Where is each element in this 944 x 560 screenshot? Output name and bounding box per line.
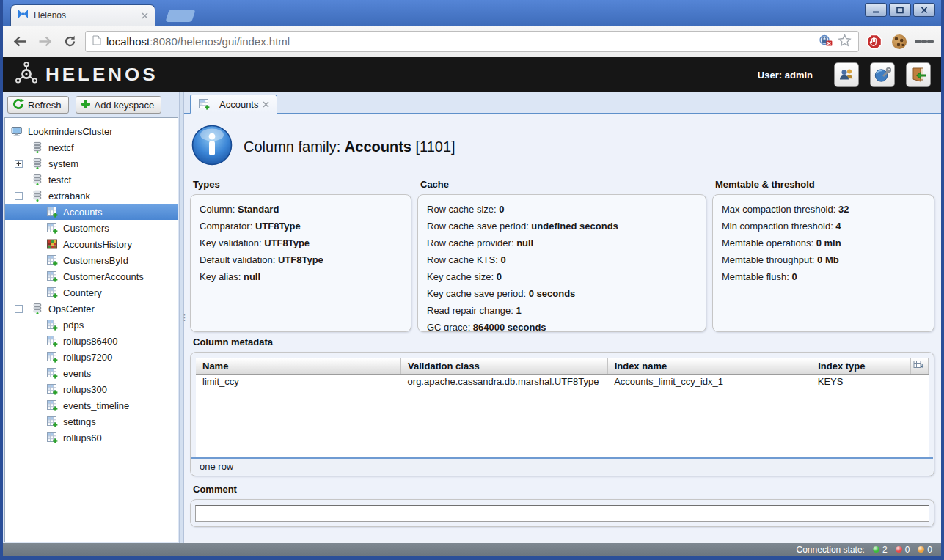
keyspace-icon: [32, 190, 43, 202]
tree-item-label: nextcf: [48, 142, 74, 153]
table-row-count: one row: [191, 457, 933, 475]
green-count: 2: [882, 545, 888, 555]
page-icon: [92, 35, 101, 48]
new-tab-button[interactable]: [165, 10, 196, 22]
tab-accounts-close-icon[interactable]: [263, 101, 269, 108]
collapse-icon[interactable]: [15, 305, 23, 313]
blocked-content-icon[interactable]: [819, 34, 833, 49]
column-header-validation-class[interactable]: Validation class: [401, 358, 608, 375]
tree-item-rollups86400[interactable]: rollups86400: [5, 333, 178, 349]
tree-item-label: system: [48, 158, 78, 169]
refresh-button[interactable]: Refresh: [7, 96, 69, 114]
column-family-icon: [46, 254, 58, 266]
settings-button[interactable]: [870, 62, 895, 87]
tree-item-lookminderscluster[interactable]: LookmindersCluster: [5, 123, 178, 139]
tab-accounts[interactable]: Accounts: [190, 95, 277, 114]
tree-item-system[interactable]: system: [5, 155, 178, 172]
orange-indicator-icon: [918, 546, 924, 553]
tree-item-countery[interactable]: Countery: [5, 284, 178, 301]
tree-item-rollups300[interactable]: rollups300: [5, 381, 178, 397]
user-label: User: admin: [758, 70, 813, 81]
helenos-logo-text: HELENOS: [45, 65, 158, 86]
collapse-icon[interactable]: [15, 192, 23, 200]
property-row: Read repair change: 1: [427, 302, 701, 319]
cookie-extension-icon[interactable]: [890, 32, 909, 51]
column-family-icon: [46, 287, 58, 298]
tree-item-label: rollups7200: [63, 352, 112, 363]
logout-button[interactable]: [906, 62, 931, 87]
users-button[interactable]: [834, 62, 859, 87]
orange-count: 0: [927, 545, 932, 555]
property-label: Key cache save period:: [427, 288, 529, 299]
document-tabbar: Accounts: [184, 92, 941, 114]
property-label: GC grace:: [427, 322, 473, 332]
tree-item-nextcf[interactable]: nextcf: [5, 139, 178, 155]
tree-item-pdps[interactable]: pdps: [5, 317, 178, 333]
column-header-name[interactable]: Name: [196, 358, 401, 375]
column-header-index-name[interactable]: Index name: [607, 358, 811, 375]
tree-item-label: settings: [63, 416, 96, 427]
window-close-button[interactable]: [913, 3, 935, 17]
url-text: localhost:8080/helenos/gui/index.html: [106, 35, 814, 48]
table-columns-config-icon[interactable]: [911, 358, 929, 375]
back-button[interactable]: [10, 32, 29, 51]
property-row: Key cache size: 0: [427, 268, 701, 285]
sidebar-splitter[interactable]: [179, 92, 184, 543]
tree-item-customers[interactable]: Customers: [5, 220, 178, 236]
url-path: :8080/helenos/gui/index.html: [150, 35, 290, 48]
browser-titlebar: Helenos: [3, 0, 941, 26]
property-value: 0 mln: [816, 237, 841, 248]
tree-item-opscenter[interactable]: OpsCenter: [5, 301, 178, 317]
page-title-id: [1101]: [416, 139, 455, 155]
tree-item-events-timeline[interactable]: events_timeline: [5, 397, 178, 413]
forward-button[interactable]: [35, 32, 54, 51]
tree-item-label: events: [63, 368, 91, 379]
reload-button[interactable]: [60, 32, 79, 51]
url-host: localhost: [106, 35, 150, 48]
table-row[interactable]: limit_ccyorg.apache.cassandra.db.marshal…: [196, 375, 929, 389]
tree-item-events[interactable]: events: [5, 365, 178, 381]
property-row: Min compaction threshold: 4: [722, 218, 929, 235]
table-cell: [911, 375, 929, 389]
tree-item-label: rollups300: [63, 384, 107, 395]
section-title-cache: Cache: [420, 179, 706, 190]
property-value: 0: [791, 271, 797, 282]
property-label: Memtable flush:: [722, 271, 791, 282]
tree-item-testcf[interactable]: testcf: [5, 172, 178, 188]
page-title-prefix: Column family:: [244, 139, 340, 155]
property-label: Key validation:: [200, 237, 264, 248]
bookmark-star-icon[interactable]: [838, 34, 852, 50]
helenos-logo: HELENOS: [13, 60, 158, 89]
column-family-icon: [46, 270, 58, 282]
property-row: Memtable throughput: 0 Mb: [722, 251, 929, 268]
column-family-icon: [46, 206, 58, 218]
address-bar[interactable]: localhost:8080/helenos/gui/index.html: [85, 31, 859, 52]
app-header: HELENOS User: admin: [3, 57, 941, 92]
page-title: Column family: Accounts [1101]: [244, 139, 455, 155]
column-family-icon: [46, 351, 58, 363]
property-value: 4: [835, 221, 841, 232]
tree-item-rollups60[interactable]: rollups60: [5, 430, 178, 446]
column-family-icon: [198, 98, 210, 110]
comment-input[interactable]: [195, 505, 929, 522]
add-keyspace-button[interactable]: Add keyspace: [76, 96, 162, 114]
tree-item-accountshistory[interactable]: AccountsHistory: [5, 236, 178, 252]
tree-item-settings[interactable]: settings: [5, 413, 178, 430]
tree-item-rollups7200[interactable]: rollups7200: [5, 349, 178, 365]
tree-item-extrabank[interactable]: extrabank: [5, 188, 178, 204]
browser-tab[interactable]: Helenos: [10, 4, 155, 26]
column-family-icon: [46, 399, 58, 411]
tree-item-label: rollups86400: [63, 336, 117, 347]
tree-item-customersbyid[interactable]: CustomersById: [5, 252, 178, 268]
tree-item-accounts[interactable]: Accounts: [5, 204, 178, 220]
adblock-extension-icon[interactable]: [865, 32, 884, 51]
property-panels: TypesColumn: StandardComparator: UTF8Typ…: [190, 174, 934, 332]
expand-icon[interactable]: [15, 160, 23, 168]
column-family-icon: [46, 319, 58, 331]
column-header-index-type[interactable]: Index type: [811, 358, 911, 375]
tree-item-customeraccounts[interactable]: CustomerAccounts: [5, 268, 178, 284]
browser-menu-icon[interactable]: [915, 32, 934, 51]
window-maximize-button[interactable]: [889, 3, 911, 17]
window-minimize-button[interactable]: [865, 3, 887, 17]
tab-close-icon[interactable]: [142, 12, 148, 19]
